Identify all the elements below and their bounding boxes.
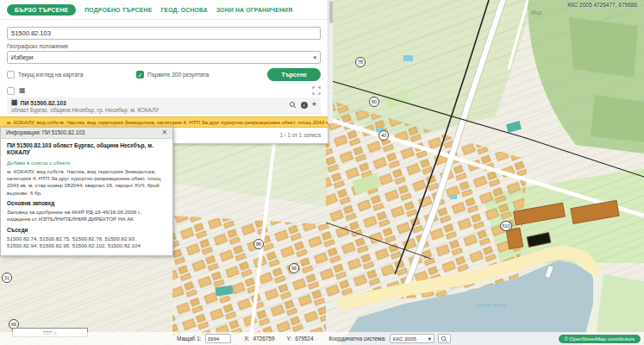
parcel-badge: 510 [500,221,512,231]
close-icon[interactable]: ✕ [162,129,167,136]
parcel-badge: 78 [355,57,366,67]
parcel-badge: 31 [2,273,12,283]
parcel-badge: 96 [289,263,299,273]
coordinate-search-button[interactable] [438,334,451,343]
fit-extent-icon[interactable] [312,86,321,95]
crs-select[interactable]: ККС 2005 ▾ [390,334,435,343]
scale-input[interactable] [205,334,231,343]
search-input[interactable] [7,27,321,40]
chevron-down-icon: ▾ [313,54,316,61]
select-all-checkbox[interactable] [7,87,15,95]
search-panel: БЪРЗО ТЪРСЕНЕ ПОДРОБНО ТЪРСЕНЕ ГЕОД. ОСН… [0,0,328,144]
tab-geodetic-base[interactable]: ГЕОД. ОСНОВА [160,7,207,13]
map-sea-label: Черно море [476,302,507,308]
app-window: ККС 2005 4726477, 679686 Мир Черно море … [0,0,644,345]
geo-select-value: Избери [11,53,34,61]
search-button[interactable]: Търсене [267,68,321,81]
parcel-badge: 80 [369,97,379,107]
order-heading: Основна заповед [7,200,166,206]
result-location: област Бургас, община Несебър, гр. Несеб… [11,107,289,113]
first-200-label: Първите 200 резултата [147,72,209,78]
status-bar: Мащаб 1: X: 4726759 Y: 679524 Координатн… [0,332,644,345]
parcel-title: ПИ 51500.82.103 област Бургас, община Не… [7,142,166,157]
current-view-label: Текущ изглед на картата [18,72,83,78]
result-item[interactable]: ▦ ПИ 51500.82.103 област Бургас, община … [7,97,321,115]
info-panel: Информация: ПИ 51500.82.103 ✕ ПИ 51500.8… [0,127,173,256]
grid-view-icon[interactable]: ▦ [19,87,26,94]
parcel-description: м. КОКАЛУ, вид собств. Частна, вид терит… [7,168,166,197]
order-text: Заповед за одобрение на КККР РД-18-46/18… [7,209,166,223]
tab-restriction-zones[interactable]: ЗОНИ НА ОГРАНИЧЕНИЯ [216,7,292,13]
result-id: ПИ 51500.82.103 [21,100,66,106]
y-value: 679524 [295,336,313,342]
neighbors-heading: Съседи [7,227,166,233]
y-label: Y: [286,336,291,342]
tab-detailed-search[interactable]: ПОДРОБНО ТЪРСЕНЕ [84,7,152,13]
map-area-label: Мир [531,9,542,16]
parcel-icon: ▦ [11,99,18,106]
chevron-down-icon: ▾ [428,336,431,342]
parcel-badge: 86 [253,239,264,249]
crs-value: ККС 2005 [393,336,416,342]
mouse-coordinates-readout: ККС 2005 4726477, 679686 [567,2,637,8]
search-tabs: БЪРЗО ТЪРСЕНЕ ПОДРОБНО ТЪРСЕНЕ ГЕОД. ОСН… [0,0,328,20]
pagination-summary: 1 - 1 от 1 записа [279,132,321,138]
search-options-row: Текущ изглед на картата ✓ Първите 200 ре… [7,68,321,81]
tab-quick-search[interactable]: БЪРЗО ТЪРСЕНЕ [7,4,76,16]
osm-attribution-link[interactable]: © OpenStreetMap contributors [559,335,641,343]
neighbors-list: 51500.82.74, 51500.82.75, 51500.82.76, 5… [7,235,166,250]
result-info-icon[interactable]: i [301,102,308,109]
quick-search-form: Географско положение Избери ▾ Текущ изгл… [0,20,328,84]
crs-label: Координатна система: [328,336,385,342]
add-result-icon[interactable]: + [312,101,316,109]
parcel-badge: 40 [378,130,389,141]
panel-scrollbar[interactable] [328,0,333,123]
x-value: 4726759 [253,336,275,342]
add-to-list-link[interactable]: Добави в списък с обекти [7,160,166,166]
scale-label: Мащаб 1: [177,336,202,342]
results-toolbar: ▦ [0,84,328,97]
current-view-checkbox[interactable] [7,71,15,78]
geo-position-label: Географско положение [7,43,321,49]
first-200-checkbox[interactable]: ✓ [136,71,144,78]
zoom-to-result-icon[interactable] [289,101,297,109]
x-label: X: [245,336,250,342]
geo-position-select[interactable]: Избери ▾ [7,51,321,64]
info-panel-title: Информация: ПИ 51500.82.103 [6,129,84,135]
